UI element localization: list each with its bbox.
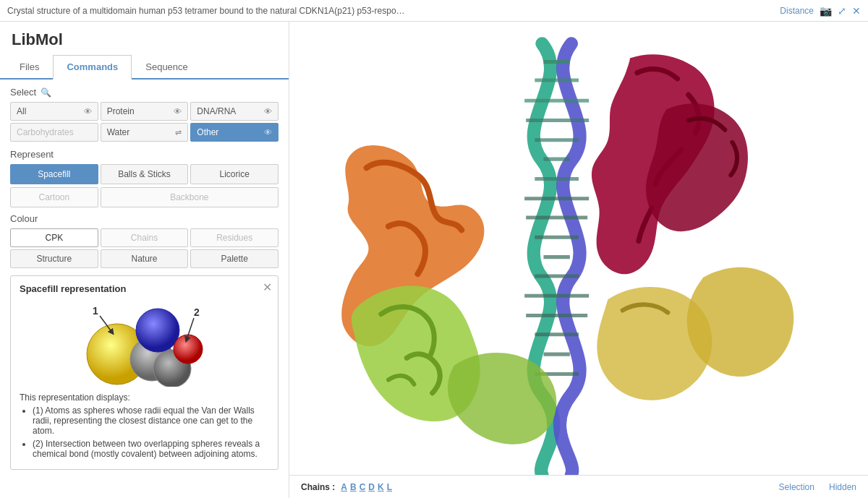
svg-text:1: 1 xyxy=(93,305,98,317)
select-label: Select 🔍 xyxy=(10,87,278,98)
eye-icon-dna: 👁 xyxy=(264,107,272,116)
colour-residues-btn[interactable]: Residues xyxy=(190,228,278,247)
chain-b[interactable]: B xyxy=(350,482,357,492)
svg-text:2: 2 xyxy=(194,306,200,318)
rep-balls-btn[interactable]: Balls & Sticks xyxy=(101,164,189,184)
eye-icon-water: ⇌ xyxy=(175,128,182,137)
viewer-svg xyxy=(289,22,868,475)
tab-files[interactable]: Files xyxy=(6,55,53,80)
colour-nature-btn[interactable]: Nature xyxy=(101,249,189,268)
colour-structure-btn[interactable]: Structure xyxy=(10,249,98,268)
info-description: This representation displays: xyxy=(20,392,269,403)
tab-bar: Files Commands Sequence xyxy=(0,55,289,80)
close-icon[interactable]: ✕ xyxy=(852,5,861,17)
rep-cartoon-btn[interactable]: Cartoon xyxy=(10,187,98,207)
rep-spacefill-btn[interactable]: Spacefill xyxy=(10,164,98,184)
info-item-2: (2) Intersection between two overlapping… xyxy=(33,439,269,459)
chain-a[interactable]: A xyxy=(341,482,347,492)
panel-content: Select 🔍 All 👁 Protein 👁 DNA/RNA 👁 Carbo… xyxy=(0,80,289,481)
colour-grid: CPK Chains Residues Structure Nature Pal… xyxy=(10,228,278,268)
selection-btn[interactable]: Selection xyxy=(779,482,814,492)
colour-chains-btn[interactable]: Chains xyxy=(101,228,189,247)
top-bar: Crystal structure of a multidomain human… xyxy=(0,0,868,22)
select-carbohydrates-btn[interactable]: Carbohydrates xyxy=(10,123,98,142)
rep-licorice-btn[interactable]: Licorice xyxy=(190,164,278,184)
info-item-1: (1) Atoms as spheres whose radii equal t… xyxy=(33,405,269,436)
main-layout: LibMol Files Commands Sequence Select 🔍 … xyxy=(0,22,868,498)
eye-icon-all: 👁 xyxy=(84,107,92,116)
colour-label: Colour xyxy=(10,213,278,224)
info-list: (1) Atoms as spheres whose radii equal t… xyxy=(20,405,269,459)
left-panel: LibMol Files Commands Sequence Select 🔍 … xyxy=(0,22,289,498)
chain-c[interactable]: C xyxy=(359,482,366,492)
select-water-btn[interactable]: Water ⇌ xyxy=(101,123,189,142)
colour-cpk-btn[interactable]: CPK xyxy=(10,228,98,247)
rep-backbone-btn[interactable]: Backbone xyxy=(101,187,278,207)
info-box: Spacefill representation ✕ xyxy=(10,275,278,470)
select-all-btn[interactable]: All 👁 xyxy=(10,102,98,121)
right-panel: Chains : A B C D K L Selection Hidden xyxy=(289,22,868,498)
structure-title: Crystal structure of a multidomain human… xyxy=(7,6,780,16)
eye-icon-other: 👁 xyxy=(264,128,272,137)
represent-label: Represent xyxy=(10,149,278,160)
select-dna-btn[interactable]: DNA/RNA 👁 xyxy=(190,102,278,121)
resize-icon[interactable]: ⤢ xyxy=(838,5,846,17)
colour-palette-btn[interactable]: Palette xyxy=(190,249,278,268)
bottom-bar: Chains : A B C D K L Selection Hidden xyxy=(289,475,868,498)
molecule-illustration: 1 2 xyxy=(80,300,210,387)
chains-label: Chains : xyxy=(301,482,335,492)
select-other-btn[interactable]: Other 👁 xyxy=(190,123,278,142)
top-icons: Distance 📷 ⤢ ✕ xyxy=(780,5,861,17)
hidden-btn[interactable]: Hidden xyxy=(829,482,856,492)
chain-l[interactable]: L xyxy=(387,482,392,492)
select-protein-btn[interactable]: Protein 👁 xyxy=(101,102,189,121)
bottom-right: Selection Hidden xyxy=(779,482,856,492)
chain-k[interactable]: K xyxy=(378,482,384,492)
eye-icon-protein: 👁 xyxy=(174,107,182,116)
tab-commands[interactable]: Commands xyxy=(53,55,132,80)
distance-label[interactable]: Distance xyxy=(780,6,814,16)
info-box-title: Spacefill representation xyxy=(20,283,269,294)
camera-icon[interactable]: 📷 xyxy=(820,5,832,17)
represent-grid: Spacefill Balls & Sticks Licorice xyxy=(10,164,278,184)
molecule-viewer[interactable] xyxy=(289,22,868,475)
svg-point-4 xyxy=(174,335,203,364)
tab-sequence[interactable]: Sequence xyxy=(132,55,202,80)
represent-grid-2: Cartoon Backbone xyxy=(10,187,278,207)
search-icon[interactable]: 🔍 xyxy=(41,87,51,98)
app-title: LibMol xyxy=(0,22,289,55)
info-box-close-btn[interactable]: ✕ xyxy=(263,280,272,294)
svg-point-3 xyxy=(136,309,179,352)
select-grid: All 👁 Protein 👁 DNA/RNA 👁 Carbohydrates … xyxy=(10,102,278,142)
chain-d[interactable]: D xyxy=(368,482,375,492)
